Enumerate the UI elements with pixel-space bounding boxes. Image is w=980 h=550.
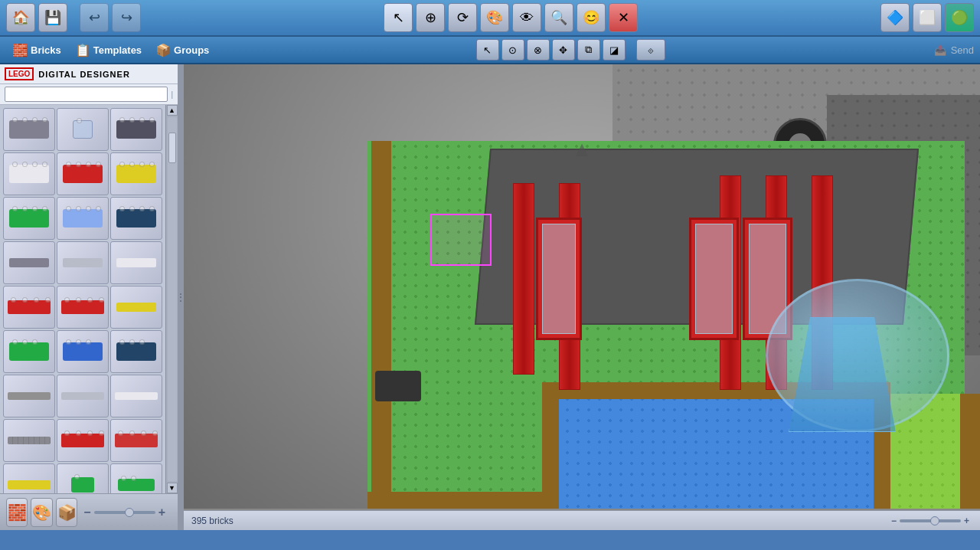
groups-tab-icon: 📦	[155, 43, 171, 57]
resize-handle[interactable]: ⋮	[178, 64, 184, 530]
pillar-1	[513, 183, 534, 375]
zoom-thumb[interactable]	[125, 508, 134, 517]
brick-cell[interactable]	[57, 286, 109, 329]
lego-scene: ▲	[184, 64, 980, 530]
brick-grid	[0, 105, 165, 493]
lasso-tool-btn[interactable]: ⊙	[501, 39, 524, 61]
bottom-panel-icons: 🧱 🎨 📦 − +	[0, 493, 178, 530]
zoom-track[interactable]	[94, 511, 155, 514]
tab-bricks[interactable]: 🧱 Bricks	[6, 40, 67, 61]
brick-cell[interactable]	[57, 330, 109, 373]
brick-cell[interactable]	[57, 419, 109, 462]
add-brick-button[interactable]: ⊕	[416, 3, 445, 32]
search-divider: |	[171, 90, 173, 99]
brick-cell[interactable]	[57, 152, 109, 195]
save-button[interactable]: 💾	[38, 3, 67, 32]
box-bottom-icon[interactable]: 📦	[56, 498, 77, 527]
vehicle	[375, 371, 421, 401]
brick-cell[interactable]	[57, 463, 109, 493]
brick-cell[interactable]	[57, 197, 109, 240]
brick-cell[interactable]	[110, 152, 162, 195]
minifig-button[interactable]: 😊	[577, 3, 606, 32]
tab-groups[interactable]: 📦 Groups	[149, 40, 215, 61]
scroll-track	[168, 117, 177, 481]
brick-cell[interactable]	[110, 463, 162, 493]
view-2d-button[interactable]: ⬜	[913, 3, 942, 32]
brick-cell[interactable]	[110, 419, 162, 462]
vp-zoom-plus[interactable]: +	[964, 516, 969, 526]
scroll-down-btn[interactable]: ▼	[167, 483, 178, 493]
home-button[interactable]: 🏠	[6, 3, 35, 32]
brick-cell[interactable]	[3, 197, 55, 240]
brick-cell[interactable]	[3, 463, 55, 493]
brick-cell[interactable]	[57, 241, 109, 284]
door-frame-1	[536, 218, 582, 340]
viewport[interactable]: ▲ 395 bricks − +	[184, 64, 980, 530]
brick-cell[interactable]	[57, 375, 109, 417]
brick-cell[interactable]	[110, 241, 162, 284]
send-icon: 📤	[934, 44, 946, 56]
brick-cell[interactable]	[3, 286, 55, 329]
groups-tab-label: Groups	[174, 44, 209, 56]
hinge-button[interactable]: ⟳	[448, 3, 477, 32]
vp-zoom-minus[interactable]: −	[891, 516, 897, 526]
brick-count-label: 395 bricks	[191, 516, 234, 526]
zoom-plus[interactable]: +	[158, 506, 165, 519]
brick-cell[interactable]	[110, 330, 162, 373]
move-btn[interactable]: ✥	[552, 39, 575, 61]
scrollbar: ▲ ▼	[165, 105, 178, 493]
palette-bottom-icon[interactable]: 🎨	[31, 498, 52, 527]
zoom-minus[interactable]: −	[83, 506, 90, 519]
deselect-btn[interactable]: ⊗	[527, 39, 550, 61]
brick-cell[interactable]	[110, 197, 162, 240]
status-bar: 395 bricks − +	[184, 510, 980, 530]
vp-zoom-thumb[interactable]	[930, 516, 939, 525]
select-button[interactable]: ↖	[384, 3, 413, 32]
extra-tool-btn[interactable]: ⟐	[636, 39, 665, 61]
select-tool-btn[interactable]: ↖	[476, 39, 499, 61]
undo-button[interactable]: ↩	[80, 3, 109, 32]
left-panel-wrapper: LEGO DIGITAL DESIGNER |	[0, 64, 184, 530]
brick-cell[interactable]	[57, 108, 109, 151]
paint-button[interactable]: 🎨	[480, 3, 509, 32]
app-title-label: DIGITAL DESIGNER	[38, 70, 130, 79]
clone-btn[interactable]: ⧉	[577, 39, 600, 61]
brick-cell[interactable]	[3, 419, 55, 462]
brick-cell[interactable]	[3, 241, 55, 284]
redo-button[interactable]: ↪	[112, 3, 141, 32]
view-3d-button[interactable]: 🔷	[880, 3, 910, 32]
hide-btn[interactable]: ◪	[603, 39, 626, 61]
fence-left	[371, 141, 391, 509]
scroll-thumb[interactable]	[168, 133, 176, 163]
brick-cell[interactable]	[3, 108, 55, 151]
brick-cell[interactable]	[3, 152, 55, 195]
search-bar: |	[0, 84, 178, 105]
delete-button[interactable]: ✕	[609, 3, 638, 32]
send-label: Send	[951, 44, 974, 56]
brick-cell[interactable]	[110, 286, 162, 329]
scroll-up-btn[interactable]: ▲	[167, 105, 178, 116]
brick-cell[interactable]	[110, 375, 162, 417]
bricks-bottom-icon[interactable]: 🧱	[6, 498, 28, 527]
left-panel: LEGO DIGITAL DESIGNER |	[0, 64, 178, 530]
zoom-region-button[interactable]: 🔍	[544, 3, 573, 32]
view-button[interactable]: 👁	[512, 3, 541, 32]
tab-templates[interactable]: 📋 Templates	[69, 40, 148, 61]
top-toolbar: 🏠 💾 ↩ ↪ ↖ ⊕ ⟳ 🎨 👁 🔍 😊 ✕ 🔷 ⬜ 🟢	[0, 0, 980, 37]
bricks-tab-icon: 🧱	[12, 43, 28, 57]
ldd-logo-bar: LEGO DIGITAL DESIGNER	[0, 64, 178, 84]
viewport-zoom-slider: − +	[891, 516, 969, 526]
send-area: 📤 Send	[934, 44, 974, 56]
search-input[interactable]	[5, 87, 168, 102]
view-top-button[interactable]: 🟢	[945, 3, 974, 32]
second-toolbar: 🧱 Bricks 📋 Templates 📦 Groups ↖ ⊙ ⊗ ✥ ⧉ …	[0, 37, 980, 64]
templates-tab-icon: 📋	[75, 43, 90, 57]
brick-cell[interactable]	[3, 375, 55, 417]
brick-cell[interactable]	[110, 108, 162, 151]
bricks-tab-label: Bricks	[31, 44, 61, 56]
brick-scroll-area: ▲ ▼	[0, 105, 178, 493]
vp-zoom-track[interactable]	[900, 519, 961, 522]
templates-tab-label: Templates	[93, 44, 142, 56]
navigate-up-arrow[interactable]: ▲	[571, 137, 593, 162]
brick-cell[interactable]	[3, 330, 55, 373]
